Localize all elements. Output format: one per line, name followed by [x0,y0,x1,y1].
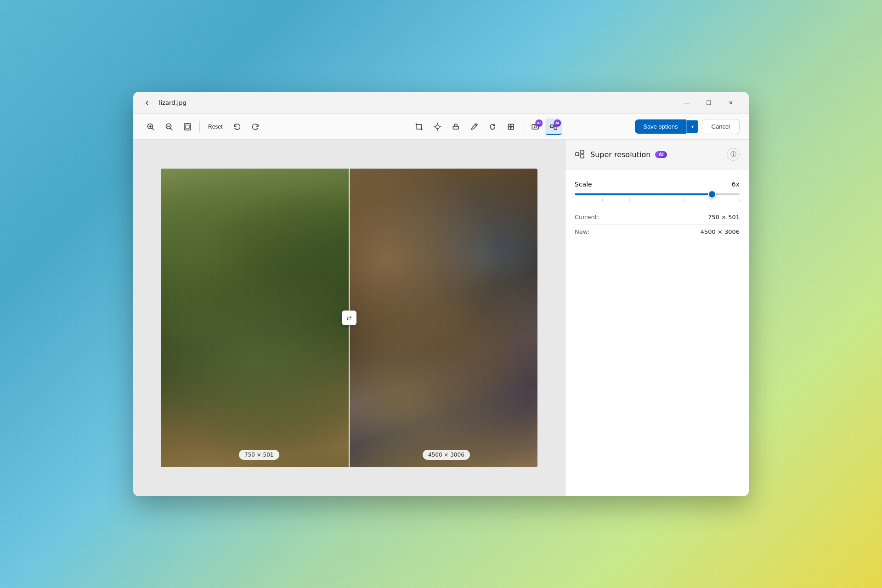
effects-button[interactable] [503,119,519,135]
title-bar: lizard.jpg — ❐ ✕ [133,92,749,114]
svg-rect-14 [453,126,458,129]
zoom-out-button[interactable] [161,119,177,135]
svg-point-18 [511,124,514,127]
crop-button[interactable] [411,119,427,135]
bg-remove-button[interactable]: AI [527,119,543,135]
svg-rect-26 [581,150,584,153]
zoom-in-button[interactable] [142,119,159,135]
divider-handle[interactable]: ⇄ [342,311,356,325]
content-area: ⇄ 750 × 501 4500 × 3006 Super resolution [133,140,749,496]
svg-rect-27 [581,155,584,158]
brightness-button[interactable] [429,119,446,135]
save-options-button[interactable]: Save options [635,119,686,134]
toolbar-separator-1 [199,121,200,132]
svg-rect-25 [576,153,579,156]
undo-button[interactable] [229,119,245,135]
image-container: ⇄ 750 × 501 4500 × 3006 [161,169,537,467]
current-size-row: Current: 750 × 501 [575,210,740,225]
slider-track [575,193,740,195]
svg-rect-22 [550,125,553,128]
panel-header-left: Super resolution AI [575,149,667,160]
ai-badge-superres: AI [554,119,561,127]
toolbar: Reset [133,114,749,140]
toolbar-separator-2 [523,121,523,132]
slider-container [575,193,740,201]
super-res-button[interactable]: AI [545,119,562,135]
svg-point-21 [534,125,537,128]
scale-label: Scale [575,181,592,188]
tick-6 [712,199,712,201]
tick-1 [575,199,575,201]
super-res-panel-icon [575,149,586,160]
scale-value: 6x [732,181,740,188]
image-area: ⇄ 750 × 501 4500 × 3006 [133,140,565,496]
current-label: Current: [575,214,599,220]
size-label-enhanced: 4500 × 3006 [423,450,470,460]
redo-button[interactable] [247,119,264,135]
image-right [349,169,537,467]
new-value: 4500 × 3006 [701,228,740,235]
ai-badge-bg: AI [535,119,543,127]
window-title: lizard.jpg [159,99,187,106]
current-value: 750 × 501 [708,214,740,220]
svg-point-17 [511,127,514,130]
erase-button[interactable] [447,119,464,135]
panel-title: Super resolution [590,150,650,159]
window-controls: — ❐ ✕ [676,96,741,110]
fit-button[interactable] [179,119,196,135]
save-options-dropdown[interactable]: ▾ [686,120,698,133]
new-label: New: [575,228,589,235]
svg-line-15 [475,124,476,126]
slider-thumb[interactable] [708,190,716,198]
svg-point-9 [435,125,439,129]
svg-line-5 [171,128,173,130]
minimize-button[interactable]: — [676,96,697,110]
app-window: lizard.jpg — ❐ ✕ [133,92,749,496]
panel-ai-badge: AI [655,151,667,158]
size-label-original: 750 × 501 [239,450,279,460]
svg-point-16 [508,124,511,127]
slider-ticks [575,199,740,201]
tick-5 [684,199,685,201]
rotate-button[interactable] [484,119,501,135]
svg-rect-7 [184,124,191,130]
reset-button[interactable]: Reset [204,122,227,132]
title-bar-left: lizard.jpg [141,96,676,109]
svg-line-1 [153,128,154,130]
tick-3 [629,199,630,201]
toolbar-right: Save options ▾ Cancel [635,119,740,134]
slider-fill [575,193,712,195]
info-button[interactable]: ⓘ [727,148,740,161]
close-button[interactable]: ✕ [720,96,741,110]
back-button[interactable] [141,96,153,109]
draw-button[interactable] [466,119,482,135]
tick-7 [739,199,740,201]
image-left-bg [161,169,349,467]
cancel-button[interactable]: Cancel [702,119,740,134]
image-right-bg [349,169,537,467]
svg-point-19 [508,127,511,130]
save-options-group: Save options ▾ [635,119,698,134]
panel-header: Super resolution AI ⓘ [565,140,749,170]
maximize-button[interactable]: ❐ [698,96,719,110]
scale-row: Scale 6x [575,181,740,188]
svg-rect-24 [554,127,557,130]
svg-rect-8 [186,125,189,129]
tick-4 [657,199,657,201]
panel-content: Scale 6x [565,170,749,496]
right-panel: Super resolution AI ⓘ Scale 6x [565,140,749,496]
new-size-row: New: 4500 × 3006 [575,225,740,239]
tick-2 [602,199,603,201]
toolbar-center: AI AI [411,119,562,135]
image-left [161,169,349,467]
